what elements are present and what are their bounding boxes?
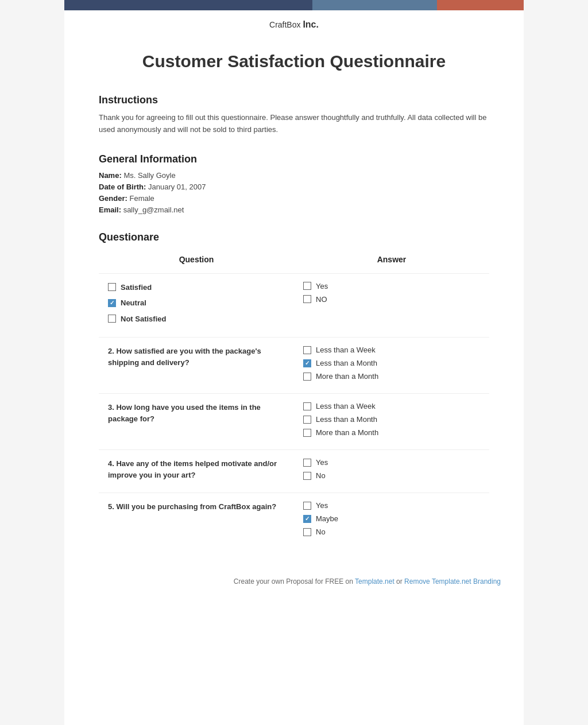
table-row: 2. How satisfied are you with the packag… bbox=[99, 338, 489, 394]
q2-more-month-checkbox[interactable] bbox=[303, 373, 311, 381]
q3-less-week-checkbox[interactable] bbox=[303, 402, 311, 410]
q5-yes-row: Yes bbox=[303, 501, 480, 510]
page: CraftBox Inc. Customer Satisfaction Ques… bbox=[64, 0, 524, 725]
q1-satisfied-label: Satisfied bbox=[121, 282, 152, 293]
q1-not-satisfied-label: Not Satisfied bbox=[121, 313, 166, 325]
q5-maybe-row: Maybe bbox=[303, 514, 480, 523]
q4-question-text: 4. Have any of the items helped motivate… bbox=[108, 459, 277, 479]
q4-no-checkbox[interactable] bbox=[303, 472, 311, 480]
header-bar-medium bbox=[312, 0, 436, 10]
q1-neutral-label: Neutral bbox=[121, 297, 146, 309]
q1-not-satisfied-row: Not Satisfied bbox=[108, 313, 285, 325]
table-row: 4. Have any of the items helped motivate… bbox=[99, 450, 489, 493]
q3-more-month-row: More than a Month bbox=[303, 428, 480, 437]
q2-less-month-row: Less than a Month bbox=[303, 359, 480, 367]
col-question-header: Question bbox=[99, 249, 294, 274]
q1-not-satisfied-checkbox[interactable] bbox=[108, 315, 116, 323]
q4-yes-checkbox[interactable] bbox=[303, 459, 311, 467]
footer-link2[interactable]: Remove Template.net Branding bbox=[404, 577, 501, 586]
instructions-text: Thank you for agreeing to fill out this … bbox=[99, 112, 489, 136]
q2-less-week-label: Less than a Week bbox=[316, 346, 376, 354]
q1-neutral-row: Neutral bbox=[108, 297, 285, 309]
q5-maybe-label: Maybe bbox=[316, 514, 338, 523]
q4-yes-label: Yes bbox=[316, 458, 328, 467]
q3-less-month-label: Less than a Month bbox=[316, 415, 377, 424]
instructions-section: Instructions Thank you for agreeing to f… bbox=[99, 94, 489, 136]
q4-yes-row: Yes bbox=[303, 458, 480, 467]
q1-no-checkbox[interactable] bbox=[303, 295, 311, 303]
q3-more-month-label: More than a Month bbox=[316, 428, 378, 437]
q4-no-label: No bbox=[316, 471, 326, 480]
q1-answer-cell: Yes NO bbox=[294, 273, 489, 338]
questionnaire-heading: Questionare bbox=[99, 231, 489, 243]
q3-question-cell: 3. How long have you used the items in t… bbox=[99, 394, 294, 450]
name-label: Name: bbox=[99, 171, 122, 180]
q1-neutral-checkbox[interactable] bbox=[108, 299, 116, 307]
q1-satisfied-checkbox[interactable] bbox=[108, 283, 116, 291]
q2-question-text: 2. How satisfied are you with the packag… bbox=[108, 347, 261, 367]
q1-yes-checkbox[interactable] bbox=[303, 282, 311, 290]
main-title: Customer Satisfaction Questionnaire bbox=[64, 52, 524, 71]
info-email-row: Email: sally_g@zmail.net bbox=[99, 206, 489, 214]
gender-value: Female bbox=[129, 194, 154, 203]
q5-answer-cell: Yes Maybe No bbox=[294, 493, 489, 549]
table-row: 5. Will you be purchasing from CraftBox … bbox=[99, 493, 489, 549]
q1-yes-label: Yes bbox=[316, 282, 328, 290]
header-bar bbox=[64, 0, 524, 10]
info-dob-row: Date of Birth: January 01, 2007 bbox=[99, 183, 489, 191]
q1-no-label: NO bbox=[316, 295, 327, 304]
col-answer-header: Answer bbox=[294, 249, 489, 274]
header-bar-accent bbox=[437, 0, 524, 10]
instructions-heading: Instructions bbox=[99, 94, 489, 106]
q1-satisfied-row: Satisfied bbox=[108, 282, 285, 293]
q5-question-text: 5. Will you be purchasing from CraftBox … bbox=[108, 502, 276, 511]
q5-maybe-checkbox[interactable] bbox=[303, 515, 311, 523]
table-row: Satisfied Neutral Not Satisfied bbox=[99, 273, 489, 338]
questionnaire-section: Questionare Question Answer Satisfi bbox=[99, 231, 489, 549]
q5-yes-checkbox[interactable] bbox=[303, 502, 311, 510]
q4-no-row: No bbox=[303, 471, 480, 480]
q3-less-month-row: Less than a Month bbox=[303, 415, 480, 424]
q1-question-cell: Satisfied Neutral Not Satisfied bbox=[99, 273, 294, 338]
q5-yes-label: Yes bbox=[316, 501, 328, 510]
content: Instructions Thank you for agreeing to f… bbox=[64, 94, 524, 549]
q4-answer-cell: Yes No bbox=[294, 450, 489, 493]
q5-no-row: No bbox=[303, 528, 480, 536]
q1-yes-row: Yes bbox=[303, 282, 480, 290]
company-suffix: Inc. bbox=[303, 20, 319, 29]
dob-label: Date of Birth: bbox=[99, 183, 146, 191]
dob-value: January 01, 2007 bbox=[148, 183, 206, 191]
q3-question-text: 3. How long have you used the items in t… bbox=[108, 403, 261, 423]
email-value: sally_g@zmail.net bbox=[123, 206, 184, 214]
questionnaire-table: Question Answer Satisfied bbox=[99, 249, 489, 549]
q2-less-week-row: Less than a Week bbox=[303, 346, 480, 354]
email-label: Email: bbox=[99, 206, 121, 214]
q5-question-cell: 5. Will you be purchasing from CraftBox … bbox=[99, 493, 294, 549]
q3-more-month-checkbox[interactable] bbox=[303, 429, 311, 437]
q2-more-month-row: More than a Month bbox=[303, 372, 480, 381]
q3-less-week-row: Less than a Week bbox=[303, 402, 480, 410]
company-name: CraftBox Inc. bbox=[64, 10, 524, 34]
gender-label: Gender: bbox=[99, 194, 127, 203]
footer-separator: or bbox=[396, 577, 404, 586]
company-prefix: CraftBox bbox=[269, 20, 300, 29]
q3-less-week-label: Less than a Week bbox=[316, 402, 376, 410]
q2-less-month-label: Less than a Month bbox=[316, 359, 377, 367]
general-info-heading: General Information bbox=[99, 153, 489, 165]
q1-no-row: NO bbox=[303, 295, 480, 304]
q5-no-label: No bbox=[316, 528, 326, 536]
q3-less-month-checkbox[interactable] bbox=[303, 416, 311, 424]
q3-answer-cell: Less than a Week Less than a Month More … bbox=[294, 394, 489, 450]
table-row: 3. How long have you used the items in t… bbox=[99, 394, 489, 450]
q2-less-week-checkbox[interactable] bbox=[303, 346, 311, 354]
q2-less-month-checkbox[interactable] bbox=[303, 359, 311, 367]
q5-no-checkbox[interactable] bbox=[303, 528, 311, 536]
name-value: Ms. Sally Goyle bbox=[123, 171, 175, 180]
q4-question-cell: 4. Have any of the items helped motivate… bbox=[99, 450, 294, 493]
q2-answer-cell: Less than a Week Less than a Month More … bbox=[294, 338, 489, 394]
general-info: General Information Name: Ms. Sally Goyl… bbox=[99, 153, 489, 214]
header-bar-dark bbox=[64, 0, 312, 10]
footer-link1[interactable]: Template.net bbox=[355, 577, 394, 586]
q2-more-month-label: More than a Month bbox=[316, 372, 378, 381]
info-gender-row: Gender: Female bbox=[99, 194, 489, 203]
